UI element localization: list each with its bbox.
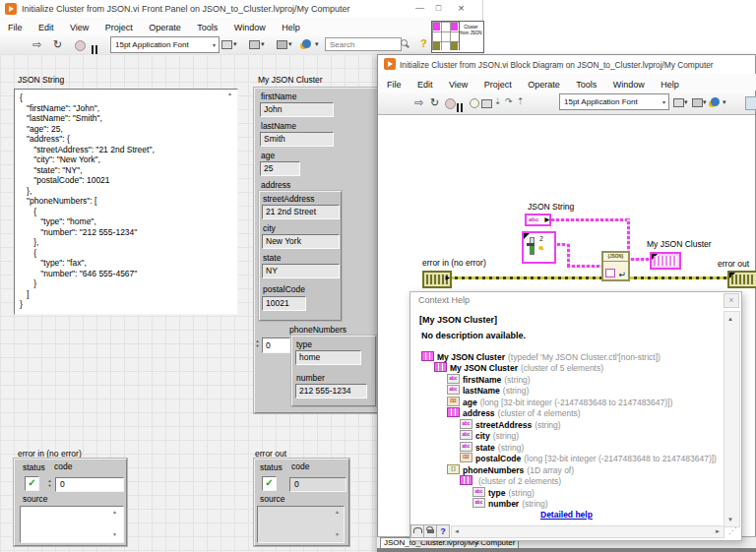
menu-help[interactable]: Help: [655, 78, 685, 92]
menu-window[interactable]: Window: [607, 78, 651, 92]
menu-view[interactable]: View: [64, 21, 94, 34]
context-help-button[interactable]: ?: [420, 37, 427, 49]
number-field[interactable]: 212 555-1234: [295, 384, 367, 399]
typedef-cluster-constant[interactable]: 2: [522, 231, 556, 264]
abort-button[interactable]: [75, 40, 86, 51]
terminal-arrow-icon: ▶: [445, 275, 450, 280]
scroll-down-icon[interactable]: ▼: [335, 532, 340, 537]
menu-operate[interactable]: Operate: [143, 21, 187, 34]
highlight-execution-icon[interactable]: [470, 98, 479, 108]
scroll-up-icon[interactable]: ▲: [112, 510, 117, 515]
distribute-objects-dropdown[interactable]: ▾: [261, 38, 265, 50]
minimize-button[interactable]: —: [412, 2, 427, 15]
city-field[interactable]: New York: [262, 234, 340, 249]
resize-objects-dropdown[interactable]: ▾: [288, 38, 292, 50]
detailed-help-button[interactable]: ?: [436, 524, 450, 538]
reorder-objects-icon[interactable]: [302, 39, 311, 48]
menu-edit[interactable]: Edit: [32, 21, 60, 34]
align-objects-icon[interactable]: [221, 40, 232, 49]
run-button[interactable]: ⇨: [32, 38, 41, 50]
json-string-value[interactable]: { "firstName": "John", "lastName": "Smit…: [20, 92, 155, 310]
my-json-cluster-terminal[interactable]: [650, 252, 681, 270]
distribute-objects-dropdown[interactable]: ▾: [703, 96, 707, 108]
streetaddress-field[interactable]: 21 2nd Street: [262, 205, 340, 219]
menu-tools[interactable]: Tools: [570, 78, 602, 92]
search-input[interactable]: [325, 37, 402, 51]
scroll-up-icon[interactable]: ▲: [727, 315, 733, 323]
close-button[interactable]: ×: [454, 2, 469, 15]
run-button[interactable]: ⇨: [414, 96, 423, 108]
menu-project[interactable]: Project: [478, 78, 518, 92]
array-index-field[interactable]: 0: [262, 337, 290, 353]
error-out-terminal[interactable]: [727, 271, 756, 288]
run-continuous-button[interactable]: ↻: [53, 38, 62, 50]
scroll-up-icon[interactable]: ▲: [227, 92, 232, 96]
reorder-objects-dropdown[interactable]: ▾: [723, 96, 726, 108]
maximize-button[interactable]: □: [431, 2, 446, 15]
font-selector[interactable]: 15pt Application Font ▾: [559, 93, 669, 110]
scroll-down-icon[interactable]: ▼: [112, 532, 117, 537]
menu-edit[interactable]: Edit: [411, 78, 439, 92]
search-icon[interactable]: [401, 39, 408, 46]
step-into-button[interactable]: ⇣: [494, 95, 502, 107]
age-field[interactable]: 25: [260, 161, 300, 176]
error-in-code-label: code: [54, 461, 72, 471]
menu-file[interactable]: File: [2, 21, 29, 34]
error-in-code-field[interactable]: 0: [55, 477, 124, 492]
menu-operate[interactable]: Operate: [522, 78, 566, 92]
detailed-help-link[interactable]: Detailed help: [540, 510, 593, 520]
scroll-left-icon[interactable]: ◄: [454, 527, 460, 535]
context-help-hscrollbar[interactable]: [451, 525, 724, 538]
lock-help-button[interactable]: [423, 524, 437, 538]
context-help-vscrollbar[interactable]: [724, 311, 740, 527]
step-over-button[interactable]: ↷: [505, 95, 513, 107]
array-index-spinner[interactable]: ▲▼: [253, 338, 262, 348]
state-field[interactable]: NY: [262, 264, 340, 278]
distribute-objects-icon[interactable]: [692, 98, 703, 107]
postalcode-field[interactable]: 10021: [262, 296, 306, 311]
type-field[interactable]: home: [295, 350, 361, 365]
distribute-objects-icon[interactable]: [249, 40, 260, 49]
step-out-button[interactable]: ⇡: [517, 95, 525, 107]
block-diagram-menubar: File Edit View Project Operate Tools Win…: [378, 74, 756, 91]
scroll-down-icon[interactable]: ▼: [727, 516, 733, 523]
font-selector[interactable]: 15pt Application Font ▾: [110, 36, 220, 53]
lastname-field[interactable]: Smith: [260, 132, 334, 147]
reorder-objects-icon[interactable]: [711, 97, 720, 106]
error-in-source-field[interactable]: [20, 506, 124, 543]
json-string-wire[interactable]: [627, 218, 630, 254]
show-optional-terminals-button[interactable]: [410, 524, 424, 538]
scroll-up-icon[interactable]: ▲: [335, 510, 340, 515]
run-continuous-button[interactable]: ↻: [430, 96, 439, 108]
vi-connector-pane[interactable]: Cluster from JSON: [431, 21, 484, 53]
menu-view[interactable]: View: [443, 78, 473, 92]
error-in-status-checkbox[interactable]: ✓: [25, 476, 39, 491]
json-string-terminal[interactable]: abc ▶: [525, 214, 551, 226]
json-string-wire[interactable]: [551, 218, 629, 221]
resize-objects-icon[interactable]: [277, 40, 287, 49]
type-constant-wire[interactable]: [567, 265, 602, 268]
error-in-code-spinner[interactable]: ▲▼: [45, 478, 54, 488]
align-objects-dropdown[interactable]: ▾: [684, 96, 688, 108]
scroll-right-icon[interactable]: ►: [715, 527, 721, 535]
firstname-field[interactable]: John: [260, 102, 334, 117]
close-icon[interactable]: ×: [724, 293, 739, 308]
menu-window[interactable]: Window: [228, 21, 272, 34]
align-objects-dropdown[interactable]: ▾: [233, 38, 237, 50]
error-wire[interactable]: [448, 276, 728, 279]
abort-button[interactable]: [445, 98, 456, 109]
menu-tools[interactable]: Tools: [191, 21, 223, 34]
unflatten-from-json-node[interactable]: {JSON} ↵: [601, 251, 630, 281]
pause-button[interactable]: [457, 98, 465, 116]
retain-wire-values-icon[interactable]: [481, 99, 492, 108]
reorder-objects-dropdown[interactable]: ▾: [315, 38, 319, 50]
clean-up-diagram-icon[interactable]: [745, 96, 756, 110]
error-in-label: error in (no error): [18, 449, 82, 459]
menu-project[interactable]: Project: [99, 21, 139, 34]
align-objects-icon[interactable]: [673, 98, 684, 107]
menu-file[interactable]: File: [381, 78, 408, 92]
error-in-terminal[interactable]: ▶: [422, 271, 452, 288]
type-constant-wire[interactable]: [567, 243, 570, 267]
resize-grip[interactable]: ⋰: [728, 526, 736, 535]
menu-help[interactable]: Help: [276, 21, 306, 34]
